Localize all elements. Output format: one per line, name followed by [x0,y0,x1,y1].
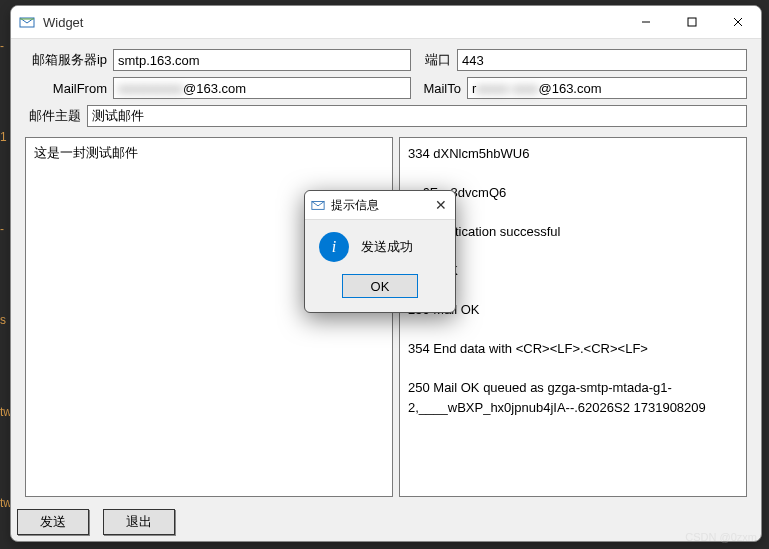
ok-button[interactable]: OK [342,274,418,298]
mailfrom-label: MailFrom [25,81,107,96]
send-button[interactable]: 发送 [17,509,89,535]
subject-input[interactable] [87,105,747,127]
svg-rect-3 [688,18,696,26]
dialog-title: 提示信息 [331,197,427,214]
minimize-button[interactable] [623,6,669,38]
dialog-titlebar: 提示信息 ✕ [305,191,455,220]
close-button[interactable] [715,6,761,38]
app-icon [19,14,35,30]
dialog-message: 发送成功 [361,238,413,256]
quit-button[interactable]: 退出 [103,509,175,535]
maximize-button[interactable] [669,6,715,38]
dialog-close-button[interactable]: ✕ [427,197,455,213]
subject-label: 邮件主题 [25,107,81,125]
window-title: Widget [43,15,83,30]
watermark: CSDN @0zxm [685,531,757,543]
port-label: 端口 [417,51,451,69]
background-editor-gutter: -1-stwtw [0,0,10,549]
body-text-content: 这是一封测试邮件 [34,145,138,160]
message-dialog: 提示信息 ✕ i 发送成功 OK [304,190,456,313]
port-input[interactable] [457,49,747,71]
server-ip-label: 邮箱服务器ip [25,51,107,69]
mailto-label: MailTo [417,81,461,96]
titlebar: Widget [11,6,761,39]
info-icon: i [319,232,349,262]
mailto-input[interactable]: r xxxxx xxxx @163.com [467,77,747,99]
dialog-app-icon [311,198,325,212]
svg-rect-1 [20,18,34,20]
server-ip-input[interactable] [113,49,411,71]
mailfrom-input[interactable]: xxxxxxxxxx @163.com [113,77,411,99]
button-row: 发送 退出 [11,503,761,541]
